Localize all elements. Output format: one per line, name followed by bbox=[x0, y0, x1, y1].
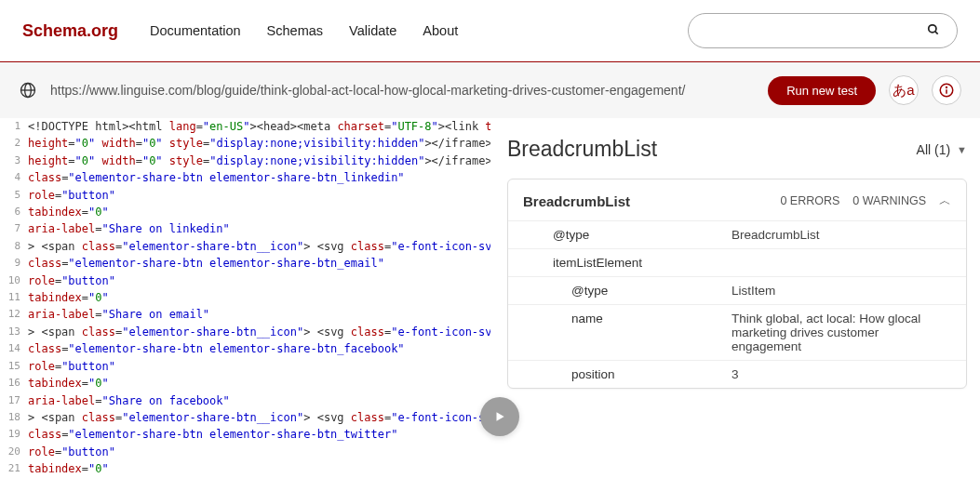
code-line: 15role="button" bbox=[0, 358, 490, 375]
code-line: 14class="elementor-share-btn elementor-s… bbox=[0, 340, 490, 357]
toolbar: https://www.linguise.com/blog/guide/thin… bbox=[0, 62, 980, 118]
property-row: itemListElement bbox=[508, 248, 966, 276]
code-line: 18> <span class="elementor-share-btn__ic… bbox=[0, 409, 490, 426]
code-line: 16tabindex="0" bbox=[0, 375, 490, 392]
results-header: BreadcrumbList All (1) ▼ bbox=[507, 137, 967, 179]
url-display: https://www.linguise.com/blog/guide/thin… bbox=[50, 83, 755, 98]
property-value: Think global, act local: How glocal mark… bbox=[732, 312, 966, 353]
info-button[interactable] bbox=[932, 75, 961, 105]
code-line: 1<!DOCTYPE html><html lang="en-US"><head… bbox=[0, 118, 490, 135]
code-line: 12aria-label="Share on email" bbox=[0, 306, 490, 323]
nav-item-schemas[interactable]: Schemas bbox=[267, 23, 323, 38]
nav-item-about[interactable]: About bbox=[423, 23, 458, 38]
property-key: name bbox=[508, 312, 732, 353]
code-line: 21tabindex="0" bbox=[0, 460, 490, 477]
filter-label: All (1) bbox=[917, 142, 951, 157]
chevron-up-icon[interactable]: ︿ bbox=[939, 193, 951, 209]
property-key: itemListElement bbox=[508, 256, 732, 270]
svg-line-1 bbox=[935, 31, 938, 33]
property-value: BreadcrumbList bbox=[732, 228, 966, 242]
content-area: 1<!DOCTYPE html><html lang="en-US"><head… bbox=[0, 118, 980, 478]
property-value: ListItem bbox=[732, 284, 966, 298]
header: Schema.org DocumentationSchemasValidateA… bbox=[0, 0, 980, 61]
code-line: 10role="button" bbox=[0, 272, 490, 289]
property-row: @typeBreadcrumbList bbox=[508, 220, 966, 248]
errors-count: 0 ERRORS bbox=[780, 194, 839, 207]
code-line: 2height="0" width="0" style="display:non… bbox=[0, 135, 490, 152]
code-line: 8> <span class="elementor-share-btn__ico… bbox=[0, 238, 490, 255]
results-title: BreadcrumbList bbox=[507, 137, 657, 162]
property-value: 3 bbox=[732, 367, 966, 381]
logo[interactable]: Schema.org bbox=[22, 21, 118, 41]
property-row: position3 bbox=[508, 360, 966, 388]
main-nav: DocumentationSchemasValidateAbout bbox=[150, 23, 458, 38]
property-value bbox=[732, 256, 966, 270]
filter-dropdown[interactable]: All (1) ▼ bbox=[917, 142, 967, 157]
property-key: position bbox=[508, 367, 732, 381]
search-icon[interactable] bbox=[927, 23, 940, 39]
search-box[interactable] bbox=[688, 13, 958, 48]
code-line: 4class="elementor-share-btn elementor-sh… bbox=[0, 169, 490, 186]
chevron-down-icon: ▼ bbox=[957, 144, 967, 155]
code-line: 9class="elementor-share-btn elementor-sh… bbox=[0, 255, 490, 272]
code-panel[interactable]: 1<!DOCTYPE html><html lang="en-US"><head… bbox=[0, 118, 490, 478]
card-title: BreadcrumbList bbox=[523, 193, 630, 209]
card-header[interactable]: BreadcrumbList 0 ERRORS 0 WARNINGS ︿ bbox=[508, 193, 966, 220]
search-input[interactable] bbox=[705, 23, 927, 38]
nav-item-documentation[interactable]: Documentation bbox=[150, 23, 241, 38]
code-line: 13> <span class="elementor-share-btn__ic… bbox=[0, 324, 490, 340]
property-row: @typeListItem bbox=[508, 276, 966, 304]
code-line: 17aria-label="Share on facebook" bbox=[0, 392, 490, 409]
code-line: 20role="button" bbox=[0, 444, 490, 460]
code-line: 19class="elementor-share-btn elementor-s… bbox=[0, 426, 490, 443]
code-line: 11tabindex="0" bbox=[0, 289, 490, 306]
svg-point-6 bbox=[946, 87, 947, 88]
code-line: 5role="button" bbox=[0, 187, 490, 204]
code-line: 7aria-label="Share on linkedin" bbox=[0, 220, 490, 237]
results-panel: BreadcrumbList All (1) ▼ BreadcrumbList … bbox=[490, 118, 980, 478]
globe-icon bbox=[19, 81, 37, 100]
code-line: 6tabindex="0" bbox=[0, 204, 490, 220]
result-card: BreadcrumbList 0 ERRORS 0 WARNINGS ︿ @ty… bbox=[507, 179, 967, 389]
play-button[interactable] bbox=[480, 397, 519, 436]
nav-item-validate[interactable]: Validate bbox=[349, 23, 396, 38]
code-line: 3height="0" width="0" style="display:non… bbox=[0, 153, 490, 169]
property-key: @type bbox=[508, 228, 732, 242]
property-key: @type bbox=[508, 284, 732, 298]
run-new-test-button[interactable]: Run new test bbox=[768, 76, 876, 105]
property-row: nameThink global, act local: How glocal … bbox=[508, 304, 966, 360]
warnings-count: 0 WARNINGS bbox=[852, 194, 926, 207]
svg-point-0 bbox=[929, 24, 936, 32]
language-button[interactable]: あa bbox=[889, 75, 919, 105]
